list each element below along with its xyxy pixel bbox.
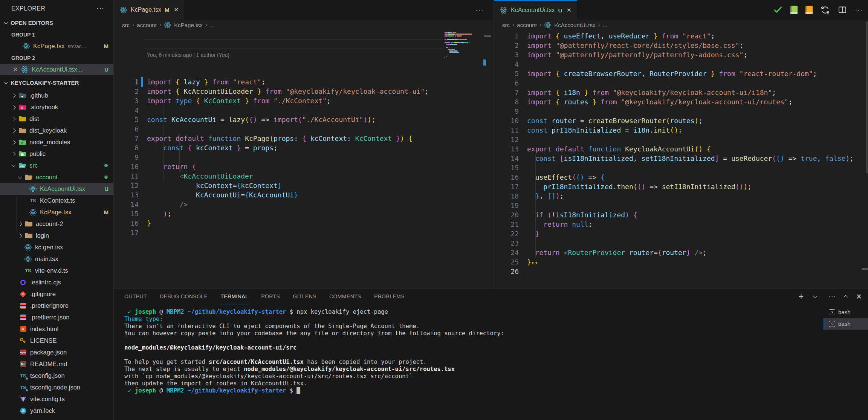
code-editor-kcaccountui[interactable]: 1import { useEffect, useReducer } from "… bbox=[494, 31, 868, 288]
tree-item--gitignore[interactable]: ⑂.gitignore bbox=[0, 288, 113, 300]
code-line-14[interactable]: 14 const [isI18nInitialized, setI18nInit… bbox=[494, 154, 868, 163]
code-line-3[interactable]: 3import "@patternfly/patternfly/patternf… bbox=[494, 50, 868, 60]
code-line-2[interactable]: 2import { KcAccountUiLoader } from "@key… bbox=[114, 87, 494, 96]
panel-tab-output[interactable]: OUTPUT bbox=[124, 289, 147, 304]
tree-item-kc-gen-tsx[interactable]: kc.gen.tsx bbox=[0, 241, 113, 253]
tree-item-dist-keycloak[interactable]: dist_keycloak bbox=[0, 125, 113, 136]
sync-icon[interactable] bbox=[821, 5, 830, 15]
code-line-12[interactable]: 12 kcContext={kcContext} bbox=[114, 181, 494, 190]
tree-item-vite-config-ts[interactable]: vite.config.ts bbox=[0, 393, 113, 405]
code-line-18[interactable]: 18 }, []); bbox=[494, 191, 868, 201]
code-line-5[interactable]: 5import { createBrowserRouter, RouterPro… bbox=[494, 69, 868, 78]
code-line-9[interactable]: 9 bbox=[494, 107, 868, 116]
minimap[interactable] bbox=[445, 32, 483, 61]
code-line-25[interactable]: 25}✦✦ bbox=[494, 257, 868, 267]
code-line-2[interactable]: 2import "@patternfly/react-core/dist/sty… bbox=[494, 41, 868, 50]
code-line-24[interactable]: 24 return <RouterProvider router={router… bbox=[494, 248, 868, 257]
tree-item-login[interactable]: login bbox=[0, 230, 113, 241]
code-line-8[interactable]: 8import { routes } from "@keycloakify/ke… bbox=[494, 97, 868, 107]
breadcrumb-item[interactable]: src bbox=[122, 22, 130, 28]
explorer-more-icon[interactable]: ··· bbox=[96, 5, 104, 12]
code-line-5[interactable]: 5const KcAccountUi = lazy(() => import("… bbox=[114, 115, 494, 124]
new-terminal-icon[interactable]: + bbox=[799, 292, 804, 302]
tree-item-kcaccountui-tsx[interactable]: KcAccountUi.tsxU bbox=[0, 183, 113, 195]
code-line-7[interactable]: 7export default function KcPage(props: {… bbox=[114, 134, 494, 143]
breadcrumb-item[interactable]: src bbox=[502, 22, 510, 28]
code-line-16[interactable]: 16} bbox=[114, 218, 494, 228]
panel-more-icon[interactable]: ··· bbox=[828, 292, 836, 301]
code-line-3[interactable]: 3import type { KcContext } from "./KcCon… bbox=[114, 96, 494, 105]
editor-actions-more-icon[interactable]: ··· bbox=[475, 0, 484, 20]
breadcrumb-item[interactable]: account bbox=[137, 22, 157, 28]
tree-item-src[interactable]: </>src bbox=[0, 160, 113, 171]
tree-item-account[interactable]: account bbox=[0, 171, 113, 183]
code-line-26[interactable]: 26 bbox=[494, 267, 868, 276]
panel-tab-debug-console[interactable]: DEBUG CONSOLE bbox=[160, 289, 208, 304]
code-line-16[interactable]: 16 useEffect(() => { bbox=[494, 173, 868, 182]
close-panel-icon[interactable]: ✕ bbox=[856, 292, 862, 301]
gitlens-blame-annotation[interactable]: You, 6 minutes ago | 1 author (You) bbox=[114, 50, 494, 58]
tree-item--prettierignore[interactable]: .prettierignore bbox=[0, 300, 113, 312]
tree-item-main-tsx[interactable]: main.tsx bbox=[0, 253, 113, 265]
panel-tab-gitlens[interactable]: GITLENS bbox=[293, 289, 316, 304]
open-editor-item-kcpage-tsx[interactable]: KcPage.tsxsrc/ac...M bbox=[0, 40, 113, 52]
panel-tab-problems[interactable]: PROBLEMS bbox=[374, 289, 405, 304]
code-line-6[interactable]: 6 bbox=[494, 78, 868, 88]
green-book-icon[interactable] bbox=[790, 6, 798, 14]
maximize-panel-icon[interactable] bbox=[844, 294, 847, 299]
open-editor-item-kcaccountui-tsx-[interactable]: ✕KcAccountUi.tsx...U bbox=[0, 64, 113, 75]
code-line-20[interactable]: 20 if (!isI18nInitialized) { bbox=[494, 210, 868, 220]
tree-item-tsconfig-json[interactable]: TStsconfig.json bbox=[0, 370, 113, 382]
code-line-23[interactable]: 23 bbox=[494, 238, 868, 248]
code-line-8[interactable]: 8 const { kcContext } = props; bbox=[114, 143, 494, 153]
code-line-15[interactable]: 15 bbox=[494, 163, 868, 173]
code-line-22[interactable]: 22 } bbox=[494, 229, 868, 238]
code-line-10[interactable]: 10const router = createBrowserRouter(rou… bbox=[494, 116, 868, 125]
tree-item-yarn-lock[interactable]: yarn.lock bbox=[0, 405, 113, 417]
code-line-10[interactable]: 10 return ( bbox=[114, 162, 494, 171]
code-editor-kcpage[interactable]: You, 6 minutes ago | 1 author (You) 1imp… bbox=[114, 32, 494, 288]
tree-item--github[interactable]: ●.github bbox=[0, 90, 113, 101]
code-line-13[interactable]: 13export default function KeycloakAccoun… bbox=[494, 144, 868, 154]
code-line-17[interactable]: 17 bbox=[114, 228, 494, 237]
breadcrumb-item[interactable]: KcPage.tsx bbox=[174, 22, 203, 28]
code-line-9[interactable]: 9 bbox=[114, 153, 494, 162]
close-icon[interactable]: ✕ bbox=[567, 7, 572, 14]
tree-item-dist[interactable]: ↓dist bbox=[0, 113, 113, 125]
terminal-tab-bash[interactable]: $bash bbox=[824, 318, 868, 330]
code-line-11[interactable]: 11 <KcAccountUiLoader bbox=[114, 171, 494, 181]
tree-item-kccontext-ts[interactable]: TSKcContext.ts bbox=[0, 195, 113, 206]
tree-item-account-2[interactable]: account-2 bbox=[0, 218, 113, 230]
workspace-section[interactable]: KEYCLOAKIFY-STARTER bbox=[0, 75, 113, 90]
code-line-6[interactable]: 6 bbox=[114, 124, 494, 134]
tree-item-vite-env-d-ts[interactable]: TSvite-env.d.ts bbox=[0, 265, 113, 276]
tree-item-index-html[interactable]: 5index.html bbox=[0, 323, 113, 335]
panel-tab-comments[interactable]: COMMENTS bbox=[329, 289, 361, 304]
open-editors-section[interactable]: OPEN EDITORS bbox=[0, 17, 113, 29]
code-line-13[interactable]: 13 KcAccountUi={KcAccountUi} bbox=[114, 190, 494, 200]
code-line-1[interactable]: 1import { useEffect, useReducer } from "… bbox=[494, 31, 868, 41]
tree-item-tsconfig-node-json[interactable]: TStsconfig.node.json bbox=[0, 382, 113, 393]
code-line-12[interactable]: 12 bbox=[494, 135, 868, 144]
code-line-14[interactable]: 14 /> bbox=[114, 200, 494, 209]
split-editor-icon[interactable] bbox=[838, 5, 847, 14]
code-line-15[interactable]: 15 ); bbox=[114, 209, 494, 218]
breadcrumb-item[interactable]: KcAccountUi.tsx bbox=[554, 22, 595, 28]
terminal-tab-bash[interactable]: $bash bbox=[824, 306, 868, 318]
tree-item-public[interactable]: ◉public bbox=[0, 148, 113, 160]
tab-kcaccountui[interactable]: KcAccountUi.tsx U ✕ bbox=[494, 0, 577, 20]
tree-item-license[interactable]: LICENSE bbox=[0, 335, 113, 347]
code-line-1[interactable]: 1import { lazy } from "react"; bbox=[114, 77, 494, 87]
orange-book-icon[interactable] bbox=[805, 6, 813, 14]
scrollbar-thumb[interactable] bbox=[866, 21, 868, 173]
code-line-17[interactable]: 17 prI18nInitialized.then(() => setI18nI… bbox=[494, 182, 868, 191]
code-line-11[interactable]: 11const prI18nInitialized = i18n.init(); bbox=[494, 125, 868, 135]
code-line-7[interactable]: 7import { i18n } from "@keycloakify/keyc… bbox=[494, 88, 868, 97]
code-line-21[interactable]: 21 return null; bbox=[494, 220, 868, 229]
tree-item-readme-md[interactable]: M↓README.md bbox=[0, 358, 113, 370]
tree-item-node-modules[interactable]: nnode_modules bbox=[0, 136, 113, 148]
breadcrumb-item[interactable]: ... bbox=[603, 22, 608, 28]
close-icon[interactable]: ✕ bbox=[174, 6, 179, 13]
terminal-profile-chevron-icon[interactable] bbox=[812, 296, 820, 298]
more-actions-icon[interactable]: ··· bbox=[855, 6, 863, 14]
